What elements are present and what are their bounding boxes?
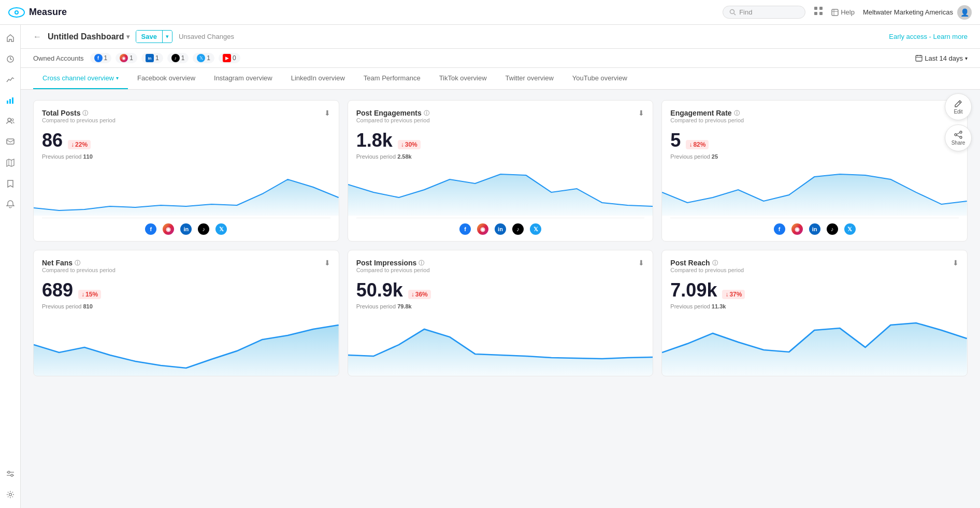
tw-platform-icon[interactable]: 𝕏 xyxy=(215,223,227,235)
svg-rect-7 xyxy=(814,12,817,15)
change-badge-post-engagements: ↓ 30% xyxy=(398,140,421,149)
tab-facebook[interactable]: Facebook overview xyxy=(128,68,205,89)
sidebar-item-activity[interactable] xyxy=(1,50,20,68)
tab-team-performance[interactable]: Team Performance xyxy=(354,68,430,89)
owned-accounts-section: Owned Accounts f 1 ◉ 1 in 1 ♪ 1 xyxy=(33,53,240,63)
grid-icon[interactable] xyxy=(814,6,823,18)
topnav: Measure Find Help Meltwater Marketing Am… xyxy=(0,0,980,25)
tab-youtube[interactable]: YouTube overview xyxy=(563,68,637,89)
tw-platform-icon[interactable]: 𝕏 xyxy=(844,223,856,235)
download-button-post-reach[interactable]: ⬇ xyxy=(953,259,959,267)
sidebar xyxy=(0,25,21,387)
platform-icons-post-engagements: f ◉ in ♪ 𝕏 xyxy=(356,218,645,241)
tab-twitter[interactable]: Twitter overview xyxy=(496,68,563,89)
help-button[interactable]: Help xyxy=(831,8,855,16)
share-label: Share xyxy=(952,140,965,146)
sidebar-item-home[interactable] xyxy=(1,29,20,48)
tab-cross-channel[interactable]: Cross channel overview ▾ xyxy=(33,68,128,89)
edit-icon xyxy=(954,100,962,108)
fb-platform-icon[interactable]: f xyxy=(774,223,785,235)
info-icon-total-posts[interactable]: ⓘ xyxy=(82,109,88,117)
tab-instagram[interactable]: Instagram overview xyxy=(205,68,282,89)
date-range-selector[interactable]: Last 14 days ▾ xyxy=(915,54,968,62)
early-access-link[interactable]: Early access - Learn more xyxy=(889,33,968,40)
card-title-post-reach: Post Reach ⓘ xyxy=(670,259,744,267)
svg-marker-19 xyxy=(7,159,14,166)
tab-linkedin[interactable]: LinkedIn overview xyxy=(282,68,354,89)
cards-row-2: Net Fans ⓘ Compared to previous period ⬇… xyxy=(33,250,968,376)
li-platform-icon[interactable]: in xyxy=(809,223,820,235)
linkedin-count: 1 xyxy=(155,54,159,62)
svg-point-42 xyxy=(955,134,957,136)
download-button-post-engagements[interactable]: ⬇ xyxy=(638,109,644,117)
sidebar-item-trends[interactable] xyxy=(1,70,20,89)
tt-platform-icon[interactable]: ♪ xyxy=(198,223,209,235)
platform-icons-total-posts: f ◉ in ♪ 𝕏 xyxy=(42,218,330,241)
instagram-icon: ◉ xyxy=(120,54,128,62)
card-title-post-impressions: Post Impressions ⓘ xyxy=(356,259,430,267)
svg-rect-13 xyxy=(7,101,8,104)
info-icon-post-engagements[interactable]: ⓘ xyxy=(424,109,429,117)
sidebar-item-analytics[interactable] xyxy=(1,91,20,110)
search-box[interactable]: Find xyxy=(723,6,805,19)
edit-button[interactable]: Edit xyxy=(945,93,972,120)
svg-line-39 xyxy=(959,102,960,103)
download-button-post-impressions[interactable]: ⬇ xyxy=(638,259,644,267)
fb-platform-icon[interactable]: f xyxy=(145,223,156,235)
svg-rect-18 xyxy=(7,139,14,144)
save-dropdown-button[interactable]: ▾ xyxy=(163,31,172,42)
linkedin-badge[interactable]: in 1 xyxy=(141,53,163,63)
instagram-badge[interactable]: ◉ 1 xyxy=(116,53,137,63)
tiktok-badge[interactable]: ♪ 1 xyxy=(167,53,189,63)
dropdown-arrow[interactable]: ▾ xyxy=(126,33,129,40)
card-value-net-fans: 689 ↓ 15% xyxy=(42,279,330,301)
sidebar-item-audience[interactable] xyxy=(1,112,20,131)
dashboard-title[interactable]: Untitled Dashboard ▾ xyxy=(48,32,129,41)
svg-rect-8 xyxy=(819,12,823,15)
twitter-badge[interactable]: 𝕏 1 xyxy=(193,53,214,63)
chart-post-engagements xyxy=(348,164,653,216)
sidebar-item-map[interactable] xyxy=(1,153,20,172)
save-button[interactable]: Save xyxy=(136,31,163,43)
app-logo[interactable]: Measure xyxy=(8,7,67,18)
chart-post-impressions xyxy=(348,314,653,376)
tt-platform-icon[interactable]: ♪ xyxy=(827,223,838,235)
ig-platform-icon[interactable]: ◉ xyxy=(163,223,174,235)
info-icon-engagement-rate[interactable]: ⓘ xyxy=(734,109,740,117)
tiktok-count: 1 xyxy=(181,54,185,62)
tab-dropdown-arrow[interactable]: ▾ xyxy=(116,75,119,81)
info-icon-post-impressions[interactable]: ⓘ xyxy=(419,259,424,267)
card-value-post-engagements: 1.8k ↓ 30% xyxy=(356,130,645,151)
chart-engagement-rate xyxy=(662,164,967,216)
account-selector[interactable]: Meltwater Marketing Americas 👤 xyxy=(863,5,972,20)
info-icon-post-reach[interactable]: ⓘ xyxy=(712,259,718,267)
ig-platform-icon[interactable]: ◉ xyxy=(477,223,488,235)
back-button[interactable]: ← xyxy=(33,32,41,41)
change-arrow-post-reach: ↓ xyxy=(725,291,728,298)
sidebar-item-bookmark[interactable] xyxy=(1,174,20,193)
sidebar-item-messages[interactable] xyxy=(1,133,20,151)
svg-marker-37 xyxy=(348,329,653,376)
share-button[interactable]: Share xyxy=(945,124,972,151)
chart-total-posts xyxy=(34,164,339,216)
change-arrow-engagement-rate: ↓ xyxy=(689,141,692,148)
cards-row-1: Total Posts ⓘ Compared to previous perio… xyxy=(33,100,968,242)
download-button-total-posts[interactable]: ⬇ xyxy=(324,109,330,117)
help-label: Help xyxy=(841,8,855,16)
fb-platform-icon[interactable]: f xyxy=(459,223,471,235)
li-platform-icon[interactable]: in xyxy=(495,223,506,235)
info-icon-net-fans[interactable]: ⓘ xyxy=(75,259,80,267)
facebook-icon: f xyxy=(94,54,103,62)
youtube-badge[interactable]: ▶ 0 xyxy=(219,53,240,63)
card-subtitle-post-impressions: Compared to previous period xyxy=(356,267,430,273)
facebook-badge[interactable]: f 1 xyxy=(90,53,112,63)
tab-tiktok[interactable]: TikTok overview xyxy=(430,68,496,89)
youtube-icon: ▶ xyxy=(223,54,231,62)
tt-platform-icon[interactable]: ♪ xyxy=(512,223,524,235)
sidebar-item-notifications[interactable] xyxy=(1,195,20,214)
tw-platform-icon[interactable]: 𝕏 xyxy=(530,223,541,235)
ig-platform-icon[interactable]: ◉ xyxy=(791,223,803,235)
svg-point-40 xyxy=(960,131,962,133)
download-button-net-fans[interactable]: ⬇ xyxy=(324,259,330,267)
li-platform-icon[interactable]: in xyxy=(180,223,192,235)
